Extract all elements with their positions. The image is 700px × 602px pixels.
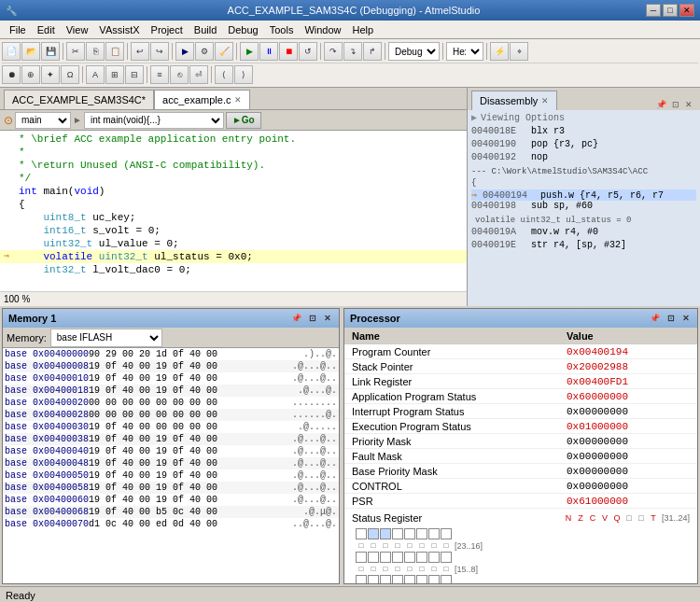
proc-row-pc[interactable]: Program Counter 0x00400194 (344, 344, 697, 359)
tb2-8[interactable]: ≡ (150, 65, 169, 84)
bit-20[interactable] (392, 552, 403, 563)
proc-row-apsr[interactable]: Application Program Status 0x60000000 (344, 389, 697, 404)
proc-row-faultmask[interactable]: Fault Mask 0x00000000 (344, 449, 697, 464)
proc-row-sp[interactable]: Stack Pointer 0x20002988 (344, 359, 697, 374)
disasm-viewing-options[interactable]: ▶ Viewing Options (471, 112, 696, 123)
processor-float-btn[interactable]: ⊡ (665, 313, 677, 324)
bit-T[interactable] (441, 528, 452, 539)
tb2-2[interactable]: ⊕ (21, 65, 40, 84)
tb2-1[interactable]: ⏺ (2, 65, 21, 84)
tb-rebuild[interactable]: ⚙ (195, 42, 214, 61)
tb-step-in[interactable]: ↴ (343, 42, 362, 61)
bit-19[interactable] (404, 552, 415, 563)
tb-extra2[interactable]: ⌖ (510, 42, 528, 61)
tab-project[interactable]: ACC_EXAMPLE_SAM3S4C* (4, 90, 154, 109)
tb-redo[interactable]: ↪ (150, 42, 169, 61)
menu-help[interactable]: Help (347, 22, 380, 37)
tb-extra1[interactable]: ⚡ (490, 42, 509, 61)
memory-pin-btn[interactable]: 📌 (289, 313, 303, 324)
tb-cut[interactable]: ✂ (66, 42, 85, 61)
disasm-tab-close[interactable]: ✕ (541, 96, 549, 105)
tb2-5[interactable]: A (86, 65, 105, 84)
tb2-7[interactable]: ⊟ (125, 65, 144, 84)
bit-14[interactable] (368, 575, 379, 583)
bit-22[interactable] (368, 552, 379, 563)
tb-copy[interactable]: ⎘ (86, 42, 105, 61)
disasm-pin-btn[interactable]: 📌 (654, 99, 668, 110)
disasm-tab[interactable]: Disassembly ✕ (471, 91, 557, 110)
proc-row-psr[interactable]: PSR 0x61000000 (344, 494, 697, 509)
menu-tools[interactable]: Tools (264, 22, 300, 37)
proc-row-epsr[interactable]: Execution Program Status 0x01000000 (344, 419, 697, 434)
memory-float-btn[interactable]: ⊡ (307, 313, 318, 324)
menu-build[interactable]: Build (189, 22, 222, 37)
tb-start-debug[interactable]: ▶ (240, 42, 259, 61)
menu-view[interactable]: View (61, 22, 94, 37)
proc-row-primask[interactable]: Priority Mask 0x00000000 (344, 434, 697, 449)
disasm-close-btn[interactable]: ✕ (683, 99, 694, 110)
bit-8[interactable] (441, 575, 452, 583)
bit-10[interactable] (416, 575, 427, 583)
tb2-4[interactable]: Ω (61, 65, 79, 84)
menu-debug[interactable]: Debug (222, 22, 263, 37)
function-scope-dropdown[interactable]: main (15, 112, 71, 129)
tb2-3[interactable]: ✦ (41, 65, 60, 84)
processor-pin-btn[interactable]: 📌 (648, 313, 662, 324)
bit-17[interactable] (428, 552, 440, 563)
tb2-9[interactable]: ⎋ (170, 65, 189, 84)
tb-save[interactable]: 💾 (41, 42, 60, 61)
bit-9[interactable] (428, 575, 440, 583)
tb-pause[interactable]: ⏸ (259, 42, 278, 61)
tb2-10[interactable]: ⏎ (189, 65, 208, 84)
tb-stop[interactable]: ⏹ (279, 42, 298, 61)
tab-close-icon[interactable]: ✕ (234, 95, 242, 105)
memory-base-dropdown[interactable]: base IFLASH (50, 329, 162, 347)
bit-N[interactable] (356, 528, 367, 539)
processor-close-btn[interactable]: ✕ (680, 313, 692, 324)
proc-row-control[interactable]: CONTROL 0x00000000 (344, 479, 697, 494)
tb2-11[interactable]: ⟨ (215, 65, 233, 84)
proc-row-ipsr[interactable]: Interrupt Program Status 0x00000000 (344, 404, 697, 419)
function-name-dropdown[interactable]: int main(void){...} (84, 112, 224, 129)
close-button[interactable]: ✕ (679, 4, 694, 17)
hex-dropdown[interactable]: Hex (446, 42, 483, 61)
minimize-button[interactable]: ─ (646, 4, 661, 17)
bit-7[interactable] (428, 528, 440, 539)
tb-build[interactable]: ▶ (175, 42, 194, 61)
tb2-6[interactable]: ⊞ (105, 65, 124, 84)
bit-13[interactable] (380, 575, 391, 583)
menu-project[interactable]: Project (146, 22, 189, 37)
tb-undo[interactable]: ↩ (131, 42, 149, 61)
bit-V[interactable] (392, 528, 403, 539)
bit-18[interactable] (416, 552, 427, 563)
tb-step-out[interactable]: ↱ (363, 42, 382, 61)
menu-edit[interactable]: Edit (32, 22, 61, 37)
bit-6[interactable] (416, 528, 427, 539)
tb-restart[interactable]: ↺ (299, 42, 317, 61)
menu-file[interactable]: File (4, 22, 32, 37)
bit-12[interactable] (392, 575, 403, 583)
bit-23[interactable] (356, 552, 367, 563)
bit-21[interactable] (380, 552, 391, 563)
bit-15[interactable] (356, 575, 367, 583)
proc-row-basepri[interactable]: Base Priority Mask 0x00000000 (344, 464, 697, 479)
bit-C[interactable] (380, 528, 391, 539)
code-editor[interactable]: * \brief ACC example application entry p… (0, 131, 467, 291)
bit-16[interactable] (441, 552, 452, 563)
debug-config-dropdown[interactable]: Debug Release (388, 42, 440, 61)
maximize-button[interactable]: □ (663, 4, 678, 17)
tb-new[interactable]: 📄 (2, 42, 21, 61)
menu-window[interactable]: Window (299, 22, 346, 37)
bit-11[interactable] (404, 575, 415, 583)
tb-open[interactable]: 📂 (21, 42, 40, 61)
bit-Q[interactable] (404, 528, 415, 539)
tb-paste[interactable]: 📋 (105, 42, 124, 61)
tb2-12[interactable]: ⟩ (234, 65, 253, 84)
memory-close-btn[interactable]: ✕ (322, 313, 333, 324)
tb-step-over[interactable]: ↷ (324, 42, 343, 61)
proc-row-lr[interactable]: Link Register 0x00400FD1 (344, 374, 697, 389)
disasm-float-btn[interactable]: ⊡ (670, 99, 681, 110)
menu-vassistx[interactable]: VAssistX (93, 22, 145, 37)
bit-Z[interactable] (368, 528, 379, 539)
go-button[interactable]: ►Go (226, 112, 261, 129)
